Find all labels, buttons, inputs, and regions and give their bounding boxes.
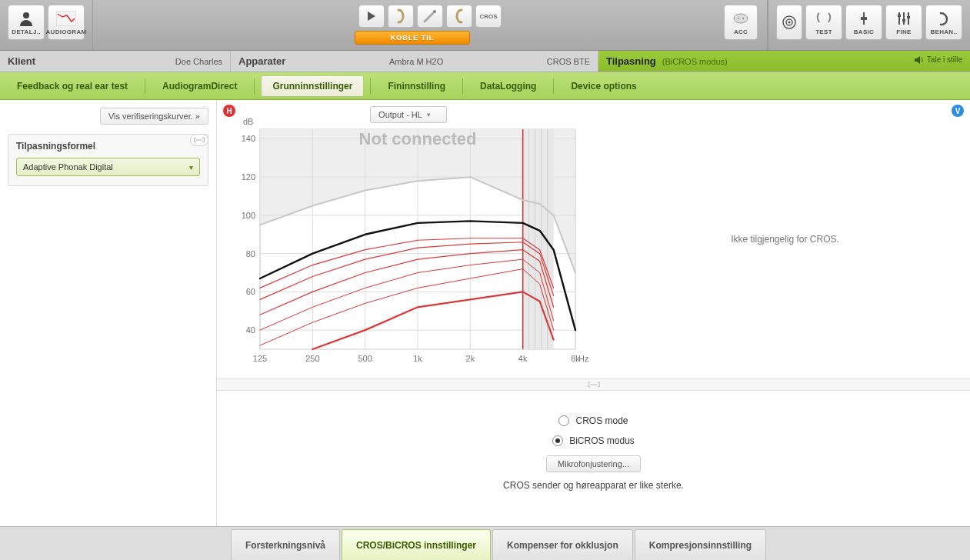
tilpasningsformel-panel: Tilpasningsformel Adaptive Phonak Digita…	[8, 134, 208, 186]
play-button[interactable]	[358, 5, 385, 28]
test-label: TEST	[815, 28, 832, 35]
probe-icon	[423, 9, 437, 23]
play-icon	[368, 12, 375, 21]
svg-point-3	[433, 10, 436, 13]
bicros-mode-row[interactable]: BiCROS modus	[552, 435, 635, 446]
formula-selected: Adaptive Phonak Digital	[23, 162, 113, 172]
bottom-tab[interactable]: CROS/BiCROS innstillinger	[342, 529, 491, 560]
chart-column: H V Output - HL 406080100120140125250500…	[217, 100, 970, 526]
svg-text:Hz: Hz	[578, 354, 589, 363]
svg-text:80: 80	[246, 249, 255, 258]
speaker-icon	[915, 56, 924, 64]
tab-separator	[254, 78, 255, 94]
fine-label: FINE	[896, 28, 911, 35]
bottom-tab[interactable]: Forsterkningsnivå	[231, 529, 340, 560]
toolbar-left-group: DETALJ.. AUDIOGRAM	[0, 0, 93, 50]
chart-right-message: Ikke tilgjengelig for CROS.	[600, 100, 970, 378]
tilpasning-mode: (BiCROS modus)	[662, 57, 728, 66]
radio-bicros[interactable]	[552, 435, 563, 446]
detaljer-label: DETALJ..	[12, 28, 40, 35]
svg-text:dB: dB	[243, 117, 253, 126]
svg-point-9	[788, 22, 791, 24]
green-tab[interactable]: Grunninnstillinger	[261, 75, 364, 97]
svg-text:140: 140	[242, 134, 255, 143]
svg-rect-17	[907, 16, 910, 18]
svg-text:125: 125	[253, 354, 267, 363]
info-bar: Klient Doe Charles Apparater Ambra M H2O…	[0, 51, 970, 72]
klient-cell: Klient Doe Charles	[0, 51, 231, 72]
link-icon[interactable]	[190, 134, 208, 146]
tale-status: Tale i stille	[915, 55, 962, 64]
device-button-1[interactable]	[388, 5, 414, 28]
svg-marker-2	[368, 12, 375, 21]
svg-text:4k: 4k	[518, 354, 528, 363]
tab-separator	[462, 78, 463, 94]
output-dropdown[interactable]: Output - HL	[370, 106, 447, 123]
svg-point-5	[738, 18, 739, 19]
device-manage-icon	[933, 10, 955, 27]
apparater-model: Ambra M H2O	[389, 57, 443, 66]
ears-icon	[813, 10, 835, 27]
test-button[interactable]: TEST	[805, 5, 842, 40]
slider-single-icon	[853, 10, 875, 27]
radio-cros[interactable]	[558, 415, 569, 426]
divider-link[interactable]	[217, 378, 970, 391]
svg-point-6	[742, 18, 744, 19]
toolbar-center-group: CROS KOBLE TIL ACC	[93, 0, 768, 50]
green-tab[interactable]: DataLogging	[469, 76, 547, 96]
sliders-icon	[893, 10, 915, 27]
bottom-tab-strip: ForsterkningsnivåCROS/BiCROS innstilling…	[0, 526, 970, 560]
target-button[interactable]	[776, 5, 802, 40]
green-tab[interactable]: Fininnstilling	[377, 76, 456, 96]
svg-text:40: 40	[246, 325, 255, 335]
svg-text:1k: 1k	[413, 354, 422, 363]
mikrofonjustering-button[interactable]: Mikrofonjustering...	[546, 455, 641, 472]
chart-left: Output - HL 4060801001201401252505001k2k…	[217, 100, 600, 378]
person-icon	[15, 10, 37, 27]
bottom-tab[interactable]: Kompenser for okklusjon	[492, 529, 633, 560]
device-button-2[interactable]	[417, 5, 443, 28]
tilpasning-title: Tilpasning	[606, 55, 656, 67]
controls-hint: CROS sender og høreapparat er like sterk…	[503, 480, 684, 491]
chart-svg: 4060801001201401252505001k2k4k8kdBHzNot …	[229, 103, 591, 372]
device-button-3[interactable]	[446, 5, 472, 28]
basic-label: BASIC	[854, 28, 874, 35]
top-toolbar: DETALJ.. AUDIOGRAM CROS KOBLE TIL	[0, 0, 970, 51]
cros-mode-label: CROS mode	[575, 415, 628, 426]
klient-value: Doe Charles	[175, 57, 222, 66]
green-tab[interactable]: AudiogramDirect	[152, 76, 248, 96]
hearing-aid-icon	[454, 8, 465, 24]
svg-text:60: 60	[246, 287, 255, 296]
panel-title: Tilpasningsformel	[16, 141, 200, 152]
koble-til-button[interactable]: KOBLE TIL	[355, 31, 470, 45]
badge-v: V	[952, 105, 964, 117]
basic-button[interactable]: BASIC	[845, 5, 882, 40]
bottom-tab[interactable]: Kompresjonsinnstilling	[635, 529, 766, 560]
svg-rect-11	[861, 17, 867, 20]
formula-select[interactable]: Adaptive Phonak Digital	[16, 158, 200, 176]
green-tab[interactable]: Feedback og real ear test	[6, 76, 138, 96]
behandle-button[interactable]: BEHAN..	[925, 5, 962, 40]
apparater-title: Apparater	[238, 55, 285, 67]
audiogram-button[interactable]: AUDIOGRAM	[48, 5, 85, 40]
audiogram-label: AUDIOGRAM	[46, 28, 87, 35]
fine-button[interactable]: FINE	[885, 5, 922, 40]
detaljer-button[interactable]: DETALJ..	[8, 5, 45, 40]
tab-separator	[370, 78, 371, 94]
tab-separator	[553, 78, 554, 94]
svg-text:500: 500	[358, 354, 372, 363]
remote-icon	[730, 10, 752, 27]
link-icon	[588, 382, 600, 388]
cros-mode-row[interactable]: CROS mode	[558, 415, 628, 426]
klient-title: Klient	[8, 55, 35, 67]
svg-rect-16	[902, 19, 905, 22]
tab-separator	[145, 78, 145, 94]
chart-row: Output - HL 4060801001201401252505001k2k…	[217, 100, 970, 378]
green-tab[interactable]: Device options	[560, 76, 647, 96]
vis-verifisering-button[interactable]: Vis verifiseringskurver. »	[100, 108, 208, 125]
svg-text:2k: 2k	[466, 354, 475, 363]
acc-button[interactable]: ACC	[724, 5, 758, 40]
cros-controls: CROS mode BiCROS modus Mikrofonjustering…	[217, 391, 970, 526]
cros-chip[interactable]: CROS	[475, 5, 502, 28]
svg-rect-15	[898, 15, 901, 17]
